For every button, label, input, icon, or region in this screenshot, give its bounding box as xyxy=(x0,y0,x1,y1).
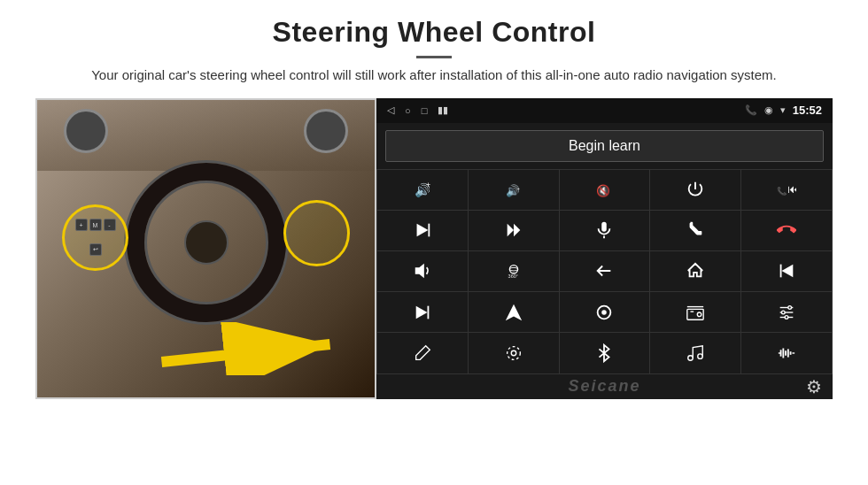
title-section: Steering Wheel Control Your original car… xyxy=(35,16,833,98)
waveform-button[interactable] xyxy=(741,333,832,373)
seek-next-button[interactable] xyxy=(469,211,559,250)
360-icon: 360° xyxy=(504,261,523,281)
waveform-icon xyxy=(777,343,796,363)
left-button-cluster: + M - ↩ xyxy=(62,204,128,271)
svg-marker-21 xyxy=(416,305,428,319)
fast-fwd-icon xyxy=(413,303,432,322)
status-bar: ◁ ○ □ ▮▮ 📞 ◉ ▾ 15:52 xyxy=(376,98,833,123)
fast-fwd-button[interactable] xyxy=(377,292,468,332)
gear-settings-button[interactable]: ⚙ xyxy=(806,376,822,397)
svg-marker-19 xyxy=(782,265,794,278)
svg-rect-18 xyxy=(780,265,782,278)
svg-point-34 xyxy=(785,315,788,319)
skip-back-button[interactable] xyxy=(741,251,832,291)
recent-nav-icon[interactable]: □ xyxy=(422,105,428,116)
status-right: 📞 ◉ ▾ 15:52 xyxy=(745,104,822,117)
svg-rect-13 xyxy=(602,222,608,232)
svg-point-36 xyxy=(507,347,520,360)
svg-text:📞: 📞 xyxy=(777,186,787,196)
svg-text:+: + xyxy=(426,181,430,189)
svg-text:⏮: ⏮ xyxy=(787,182,796,196)
power-icon xyxy=(686,180,705,199)
mic-button[interactable] xyxy=(560,211,650,250)
time-display: 15:52 xyxy=(793,104,822,117)
svg-point-35 xyxy=(511,350,516,356)
nav-button[interactable] xyxy=(469,292,559,332)
music-icon xyxy=(686,343,705,363)
svg-rect-10 xyxy=(428,224,430,237)
home-button[interactable] xyxy=(650,251,740,291)
battery-icon: ▮▮ xyxy=(438,104,448,116)
page-wrapper: Steering Wheel Control Your original car… xyxy=(0,0,868,485)
settings2-button[interactable] xyxy=(469,333,559,373)
phone-button[interactable] xyxy=(650,211,740,250)
home-nav-icon[interactable]: ○ xyxy=(405,105,411,116)
pen-button[interactable] xyxy=(377,333,468,373)
hang-up-icon xyxy=(777,220,796,240)
phone-icon xyxy=(686,220,705,240)
vol-up-icon: 🔊+ xyxy=(413,180,432,199)
begin-learn-button[interactable]: Begin learn xyxy=(385,130,824,162)
begin-learn-row: Begin learn xyxy=(376,123,833,169)
360-button[interactable]: 360° xyxy=(469,251,559,291)
svg-marker-9 xyxy=(416,224,428,237)
page-title: Steering Wheel Control xyxy=(35,16,833,49)
phone-prev-icon: 📞 ⏮ xyxy=(777,180,796,199)
seicane-watermark: Seicane xyxy=(568,377,640,396)
left-btn-1: + xyxy=(75,219,88,231)
back-button[interactable] xyxy=(560,251,650,291)
phone-status-icon: 📞 xyxy=(745,104,757,116)
source-button[interactable] xyxy=(560,292,650,332)
settings2-icon xyxy=(504,343,523,363)
bluetooth-button[interactable] xyxy=(560,333,650,373)
svg-point-26 xyxy=(698,312,702,317)
power-button[interactable] xyxy=(650,170,740,210)
arrow-svg xyxy=(143,322,357,375)
gauge-left xyxy=(64,109,108,153)
skip-back-icon xyxy=(777,261,796,281)
source-icon xyxy=(594,303,614,322)
back-icon xyxy=(594,261,614,281)
hang-up-button[interactable] xyxy=(741,211,832,250)
wifi-status-icon: ▾ xyxy=(780,104,786,116)
svg-point-33 xyxy=(788,305,792,309)
vol-up-button[interactable]: 🔊+ xyxy=(377,170,468,210)
android-screen: ◁ ○ □ ▮▮ 📞 ◉ ▾ 15:52 Begin learn xyxy=(376,98,833,399)
seek-next-icon xyxy=(504,220,523,240)
speaker-button[interactable] xyxy=(377,251,468,291)
nav-icon xyxy=(504,303,523,322)
music-button[interactable] xyxy=(650,333,740,373)
home-icon xyxy=(686,261,705,281)
mute-button[interactable]: 🔇 xyxy=(560,170,650,210)
vol-down-button[interactable]: 🔊- xyxy=(469,170,559,210)
svg-marker-12 xyxy=(514,224,520,237)
svg-marker-22 xyxy=(506,304,522,320)
svg-point-37 xyxy=(688,356,694,361)
svg-line-1 xyxy=(162,344,330,362)
left-btn-2: M xyxy=(89,219,102,231)
svg-point-32 xyxy=(782,311,786,314)
back-nav-icon[interactable]: ◁ xyxy=(387,104,394,116)
svg-text:🔇: 🔇 xyxy=(596,184,611,198)
bottom-bar: Seicane ⚙ xyxy=(376,374,833,399)
bluetooth-icon xyxy=(594,343,614,363)
mute-icon: 🔇 xyxy=(594,180,614,199)
eq-button[interactable] xyxy=(741,292,832,332)
next-track-button[interactable] xyxy=(377,211,468,250)
svg-point-38 xyxy=(698,354,703,359)
svg-text:360°: 360° xyxy=(508,274,517,280)
next-track-icon xyxy=(413,220,432,240)
content-area: + M - ↩ xyxy=(35,98,833,399)
title-divider xyxy=(416,56,452,58)
svg-marker-11 xyxy=(507,224,513,237)
svg-point-16 xyxy=(509,268,517,272)
sw-background: + M - ↩ xyxy=(37,100,375,397)
status-left: ◁ ○ □ ▮▮ xyxy=(387,104,448,116)
right-button-cluster xyxy=(283,200,350,266)
steering-wheel-center xyxy=(184,220,229,265)
radio-button[interactable] xyxy=(650,292,740,332)
gauge-right xyxy=(304,109,348,153)
eq-icon xyxy=(777,303,796,322)
phone-prev-button[interactable]: 📞 ⏮ xyxy=(741,170,832,210)
left-btn-3: - xyxy=(104,219,116,231)
